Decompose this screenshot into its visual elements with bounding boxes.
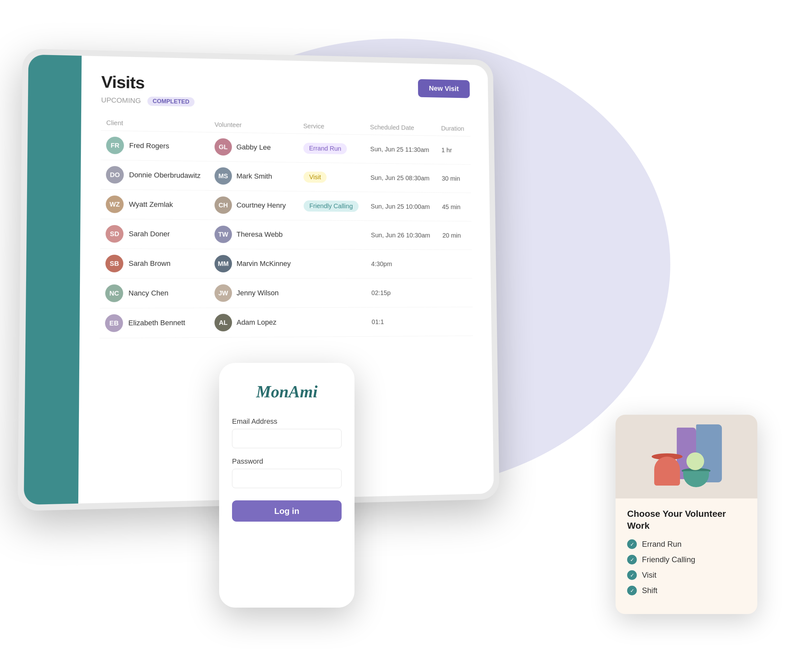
login-button[interactable]: Log in xyxy=(232,500,342,522)
date-cell: Sun, Jun 25 10:00am xyxy=(366,192,437,221)
check-icon: ✓ xyxy=(627,570,637,580)
service-cell xyxy=(299,249,366,278)
date-cell: Sun, Jun 25 08:30am xyxy=(366,163,437,192)
duration-value: 20 min xyxy=(443,232,461,239)
date-value: Sun, Jun 25 11:30am xyxy=(370,146,429,153)
table-row: SB Sarah Brown MM Marvin McKinney 4:30pm xyxy=(100,249,472,278)
table-row: SD Sarah Doner TW Theresa Webb Sun, Jun … xyxy=(100,219,472,250)
email-input[interactable] xyxy=(232,429,342,448)
service-cell xyxy=(298,220,366,250)
date-cell: Sun, Jun 25 11:30am xyxy=(365,134,437,164)
duration-cell xyxy=(438,250,472,278)
service-badge: Errand Run xyxy=(303,142,347,154)
check-icon: ✓ xyxy=(627,539,637,549)
service-cell xyxy=(299,307,367,337)
page-title-area: Visits UPCOMING COMPLETED xyxy=(101,72,195,107)
client-name: Nancy Chen xyxy=(128,289,169,298)
password-label: Password xyxy=(232,457,263,466)
client-name: Donnie Oberbrudawitz xyxy=(129,171,201,180)
monami-logo: MonAmi xyxy=(256,382,318,401)
volunteer-avatar: TW xyxy=(215,226,232,243)
client-avatar: FR xyxy=(106,136,124,154)
volunteer-item-label: Errand Run xyxy=(642,540,682,549)
volunteer-cell: CH Courtney Henry xyxy=(209,190,298,220)
table-body: FR Fred Rogers GL Gabby Lee Errand RunSu… xyxy=(100,130,473,338)
visits-table: Client Volunteer Service Scheduled Date … xyxy=(100,115,473,338)
volunteer-card-body: Choose Your Volunteer Work ✓ Errand Run … xyxy=(616,498,757,595)
col-volunteer: Volunteer xyxy=(209,117,298,134)
volunteer-name: Theresa Webb xyxy=(236,230,282,239)
volunteer-name: Jenny Wilson xyxy=(236,289,279,297)
client-avatar: SD xyxy=(105,225,124,243)
password-input[interactable] xyxy=(232,469,342,488)
volunteer-avatar: GL xyxy=(215,138,232,155)
volunteer-item-label: Shift xyxy=(642,586,658,595)
new-visit-button[interactable]: New Visit xyxy=(418,79,470,98)
volunteer-item: ✓ Shift xyxy=(627,586,746,595)
volunteer-avatar: MM xyxy=(215,255,232,272)
date-cell: 01:1 xyxy=(366,307,439,336)
duration-cell: 30 min xyxy=(437,164,471,193)
client-name: Wyatt Zemlak xyxy=(129,200,173,209)
volunteer-avatar: MS xyxy=(215,167,232,184)
can-illustration xyxy=(645,421,728,492)
volunteer-item: ✓ Errand Run xyxy=(627,539,746,549)
service-badge: Visit xyxy=(303,171,327,182)
date-value: Sun, Jun 26 10:30am xyxy=(371,232,430,238)
volunteer-cell: AL Adam Lopez xyxy=(209,307,299,338)
date-cell: Sun, Jun 26 10:30am xyxy=(366,221,438,250)
sidebar xyxy=(24,54,82,505)
volunteer-avatar: CH xyxy=(215,197,232,214)
check-icon: ✓ xyxy=(627,586,637,595)
client-cell: FR Fred Rogers xyxy=(101,130,209,161)
date-value: Sun, Jun 25 08:30am xyxy=(371,174,430,182)
volunteer-name: Adam Lopez xyxy=(236,318,276,327)
table-row: FR Fred Rogers GL Gabby Lee Errand RunSu… xyxy=(101,130,471,165)
client-name: Sarah Brown xyxy=(128,259,170,267)
volunteer-card: Choose Your Volunteer Work ✓ Errand Run … xyxy=(616,415,757,614)
scene: Visits UPCOMING COMPLETED New Visit Clie… xyxy=(0,0,796,672)
volunteer-card-image xyxy=(616,415,757,498)
date-value: 02:15p xyxy=(371,289,391,296)
volunteer-name: Mark Smith xyxy=(236,172,272,181)
service-badge: Friendly Calling xyxy=(303,200,358,212)
date-value: 01:1 xyxy=(372,318,384,326)
volunteer-items: ✓ Errand Run ✓ Friendly Calling ✓ Visit … xyxy=(627,539,746,595)
tabs-row: UPCOMING COMPLETED xyxy=(101,94,195,107)
volunteer-card-title: Choose Your Volunteer Work xyxy=(627,508,746,531)
email-label: Email Address xyxy=(232,417,278,426)
date-cell: 4:30pm xyxy=(366,250,438,278)
duration-cell: 20 min xyxy=(437,221,472,250)
date-value: Sun, Jun 25 10:00am xyxy=(371,203,430,210)
service-cell xyxy=(299,278,366,307)
duration-cell xyxy=(438,307,473,336)
tablet-header: Visits UPCOMING COMPLETED New Visit xyxy=(101,72,470,112)
tab-completed[interactable]: COMPLETED xyxy=(147,96,194,106)
col-client: Client xyxy=(101,115,209,132)
col-service: Service xyxy=(298,118,365,134)
volunteer-item: ✓ Visit xyxy=(627,570,746,580)
volunteer-cell: MS Mark Smith xyxy=(209,161,298,191)
client-cell: SB Sarah Brown xyxy=(100,249,209,278)
volunteer-item-label: Visit xyxy=(642,571,656,579)
client-cell: EB Elizabeth Bennett xyxy=(100,308,209,338)
table-row: EB Elizabeth Bennett AL Adam Lopez 01:1 xyxy=(100,307,473,338)
client-cell: DO Donnie Oberbrudawitz xyxy=(101,160,209,190)
client-cell: WZ Wyatt Zemlak xyxy=(100,189,209,219)
volunteer-avatar: AL xyxy=(214,314,232,332)
tab-upcoming[interactable]: UPCOMING xyxy=(101,94,141,106)
table-row: DO Donnie Oberbrudawitz MS Mark Smith Vi… xyxy=(101,160,471,193)
client-avatar: NC xyxy=(105,284,123,302)
duration-cell: 1 hr xyxy=(437,136,471,165)
volunteer-cell: GL Gabby Lee xyxy=(209,132,298,163)
service-cell: Errand Run xyxy=(298,134,365,163)
duration-value: 45 min xyxy=(442,203,461,211)
client-avatar: SB xyxy=(105,255,124,272)
table-row: NC Nancy Chen JW Jenny Wilson 02:15p xyxy=(100,278,473,308)
client-avatar: WZ xyxy=(106,195,124,213)
col-date: Scheduled Date xyxy=(365,120,437,136)
date-cell: 02:15p xyxy=(366,278,438,307)
volunteer-name: Gabby Lee xyxy=(236,143,271,152)
check-icon: ✓ xyxy=(627,555,637,565)
volunteer-name: Marvin McKinney xyxy=(236,259,291,268)
